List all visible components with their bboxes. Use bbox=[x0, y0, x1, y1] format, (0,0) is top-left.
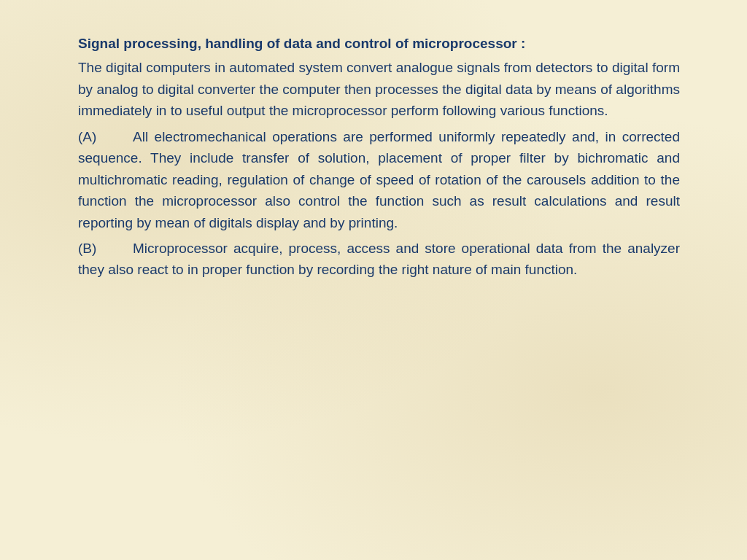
paragraph-2: (A)All electromechanical operations are … bbox=[78, 129, 680, 230]
paragraph-a-block: (A)All electromechanical operations are … bbox=[78, 126, 680, 233]
paragraph-1: The digital computers in automated syste… bbox=[78, 60, 680, 118]
paragraph-b-text: Microprocessor acquire, process, access … bbox=[78, 241, 680, 277]
paragraph-b-label: (B) bbox=[78, 238, 133, 259]
paragraph-a-label: (A) bbox=[78, 126, 133, 147]
section-title: Signal processing, handling of data and … bbox=[78, 33, 680, 54]
main-content: Signal processing, handling of data and … bbox=[38, 0, 709, 307]
paragraph-a-text: All electromechanical operations are per… bbox=[78, 129, 680, 230]
paragraph-b-block: (B)Microprocessor acquire, process, acce… bbox=[78, 238, 680, 281]
content-block: Signal processing, handling of data and … bbox=[78, 33, 680, 122]
paragraph-3: (B)Microprocessor acquire, process, acce… bbox=[78, 241, 680, 277]
